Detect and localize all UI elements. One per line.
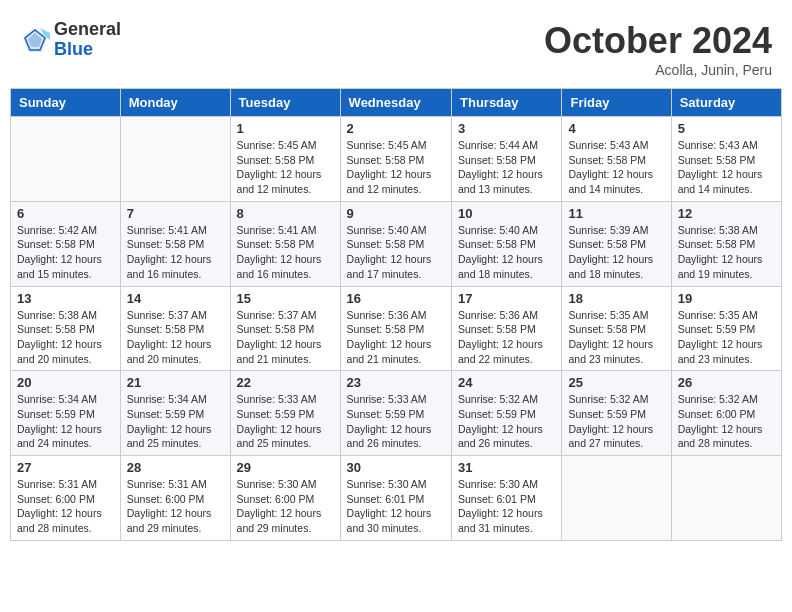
calendar-week-3: 13Sunrise: 5:38 AMSunset: 5:58 PMDayligh…: [11, 286, 782, 371]
calendar-cell: 13Sunrise: 5:38 AMSunset: 5:58 PMDayligh…: [11, 286, 121, 371]
calendar-cell: 7Sunrise: 5:41 AMSunset: 5:58 PMDaylight…: [120, 201, 230, 286]
calendar-cell: 23Sunrise: 5:33 AMSunset: 5:59 PMDayligh…: [340, 371, 451, 456]
calendar-cell: 11Sunrise: 5:39 AMSunset: 5:58 PMDayligh…: [562, 201, 671, 286]
logo-icon: [20, 25, 50, 55]
calendar-cell: 18Sunrise: 5:35 AMSunset: 5:58 PMDayligh…: [562, 286, 671, 371]
calendar-week-2: 6Sunrise: 5:42 AMSunset: 5:58 PMDaylight…: [11, 201, 782, 286]
calendar-cell: 10Sunrise: 5:40 AMSunset: 5:58 PMDayligh…: [452, 201, 562, 286]
calendar-cell: [120, 117, 230, 202]
day-number: 14: [127, 291, 224, 306]
day-info: Sunrise: 5:38 AMSunset: 5:58 PMDaylight:…: [678, 223, 775, 282]
calendar-week-1: 1Sunrise: 5:45 AMSunset: 5:58 PMDaylight…: [11, 117, 782, 202]
day-number: 13: [17, 291, 114, 306]
day-info: Sunrise: 5:33 AMSunset: 5:59 PMDaylight:…: [347, 392, 445, 451]
day-info: Sunrise: 5:31 AMSunset: 6:00 PMDaylight:…: [127, 477, 224, 536]
day-info: Sunrise: 5:36 AMSunset: 5:58 PMDaylight:…: [347, 308, 445, 367]
calendar-cell: 26Sunrise: 5:32 AMSunset: 6:00 PMDayligh…: [671, 371, 781, 456]
calendar-cell: 25Sunrise: 5:32 AMSunset: 5:59 PMDayligh…: [562, 371, 671, 456]
day-number: 23: [347, 375, 445, 390]
calendar-cell: 24Sunrise: 5:32 AMSunset: 5:59 PMDayligh…: [452, 371, 562, 456]
calendar-cell: 27Sunrise: 5:31 AMSunset: 6:00 PMDayligh…: [11, 456, 121, 541]
day-info: Sunrise: 5:43 AMSunset: 5:58 PMDaylight:…: [568, 138, 664, 197]
weekday-header-wednesday: Wednesday: [340, 89, 451, 117]
day-number: 7: [127, 206, 224, 221]
day-number: 24: [458, 375, 555, 390]
calendar-cell: 28Sunrise: 5:31 AMSunset: 6:00 PMDayligh…: [120, 456, 230, 541]
day-info: Sunrise: 5:37 AMSunset: 5:58 PMDaylight:…: [237, 308, 334, 367]
calendar-cell: [11, 117, 121, 202]
day-info: Sunrise: 5:32 AMSunset: 6:00 PMDaylight:…: [678, 392, 775, 451]
day-info: Sunrise: 5:45 AMSunset: 5:58 PMDaylight:…: [347, 138, 445, 197]
month-title: October 2024: [544, 20, 772, 62]
calendar-cell: 1Sunrise: 5:45 AMSunset: 5:58 PMDaylight…: [230, 117, 340, 202]
day-info: Sunrise: 5:32 AMSunset: 5:59 PMDaylight:…: [568, 392, 664, 451]
location: Acolla, Junin, Peru: [544, 62, 772, 78]
weekday-header-thursday: Thursday: [452, 89, 562, 117]
calendar-cell: 6Sunrise: 5:42 AMSunset: 5:58 PMDaylight…: [11, 201, 121, 286]
day-number: 31: [458, 460, 555, 475]
logo: General Blue: [20, 20, 121, 60]
calendar-cell: 12Sunrise: 5:38 AMSunset: 5:58 PMDayligh…: [671, 201, 781, 286]
day-info: Sunrise: 5:35 AMSunset: 5:59 PMDaylight:…: [678, 308, 775, 367]
day-info: Sunrise: 5:31 AMSunset: 6:00 PMDaylight:…: [17, 477, 114, 536]
calendar-cell: 30Sunrise: 5:30 AMSunset: 6:01 PMDayligh…: [340, 456, 451, 541]
day-number: 28: [127, 460, 224, 475]
day-info: Sunrise: 5:35 AMSunset: 5:58 PMDaylight:…: [568, 308, 664, 367]
calendar-week-5: 27Sunrise: 5:31 AMSunset: 6:00 PMDayligh…: [11, 456, 782, 541]
calendar-cell: 5Sunrise: 5:43 AMSunset: 5:58 PMDaylight…: [671, 117, 781, 202]
day-info: Sunrise: 5:39 AMSunset: 5:58 PMDaylight:…: [568, 223, 664, 282]
day-info: Sunrise: 5:42 AMSunset: 5:58 PMDaylight:…: [17, 223, 114, 282]
day-number: 1: [237, 121, 334, 136]
day-number: 27: [17, 460, 114, 475]
day-info: Sunrise: 5:30 AMSunset: 6:01 PMDaylight:…: [347, 477, 445, 536]
day-number: 20: [17, 375, 114, 390]
day-number: 25: [568, 375, 664, 390]
calendar-cell: 31Sunrise: 5:30 AMSunset: 6:01 PMDayligh…: [452, 456, 562, 541]
day-number: 10: [458, 206, 555, 221]
calendar-cell: 8Sunrise: 5:41 AMSunset: 5:58 PMDaylight…: [230, 201, 340, 286]
day-number: 3: [458, 121, 555, 136]
weekday-header-saturday: Saturday: [671, 89, 781, 117]
weekday-header-monday: Monday: [120, 89, 230, 117]
day-info: Sunrise: 5:38 AMSunset: 5:58 PMDaylight:…: [17, 308, 114, 367]
calendar-cell: 17Sunrise: 5:36 AMSunset: 5:58 PMDayligh…: [452, 286, 562, 371]
calendar-week-4: 20Sunrise: 5:34 AMSunset: 5:59 PMDayligh…: [11, 371, 782, 456]
calendar-cell: [671, 456, 781, 541]
day-info: Sunrise: 5:44 AMSunset: 5:58 PMDaylight:…: [458, 138, 555, 197]
day-number: 12: [678, 206, 775, 221]
calendar-cell: 16Sunrise: 5:36 AMSunset: 5:58 PMDayligh…: [340, 286, 451, 371]
day-info: Sunrise: 5:34 AMSunset: 5:59 PMDaylight:…: [127, 392, 224, 451]
day-info: Sunrise: 5:40 AMSunset: 5:58 PMDaylight:…: [458, 223, 555, 282]
day-info: Sunrise: 5:30 AMSunset: 6:00 PMDaylight:…: [237, 477, 334, 536]
weekday-header-friday: Friday: [562, 89, 671, 117]
day-info: Sunrise: 5:45 AMSunset: 5:58 PMDaylight:…: [237, 138, 334, 197]
calendar-cell: 3Sunrise: 5:44 AMSunset: 5:58 PMDaylight…: [452, 117, 562, 202]
calendar-cell: 4Sunrise: 5:43 AMSunset: 5:58 PMDaylight…: [562, 117, 671, 202]
day-info: Sunrise: 5:34 AMSunset: 5:59 PMDaylight:…: [17, 392, 114, 451]
weekday-header-sunday: Sunday: [11, 89, 121, 117]
weekday-header-tuesday: Tuesday: [230, 89, 340, 117]
calendar-cell: 22Sunrise: 5:33 AMSunset: 5:59 PMDayligh…: [230, 371, 340, 456]
weekday-row: SundayMondayTuesdayWednesdayThursdayFrid…: [11, 89, 782, 117]
calendar-cell: 19Sunrise: 5:35 AMSunset: 5:59 PMDayligh…: [671, 286, 781, 371]
day-info: Sunrise: 5:30 AMSunset: 6:01 PMDaylight:…: [458, 477, 555, 536]
calendar-table: SundayMondayTuesdayWednesdayThursdayFrid…: [10, 88, 782, 541]
day-info: Sunrise: 5:37 AMSunset: 5:58 PMDaylight:…: [127, 308, 224, 367]
logo-blue-text: Blue: [54, 40, 121, 60]
day-info: Sunrise: 5:33 AMSunset: 5:59 PMDaylight:…: [237, 392, 334, 451]
day-number: 4: [568, 121, 664, 136]
logo-text: General Blue: [54, 20, 121, 60]
page-header: General Blue October 2024 Acolla, Junin,…: [10, 10, 782, 83]
calendar-cell: 29Sunrise: 5:30 AMSunset: 6:00 PMDayligh…: [230, 456, 340, 541]
day-number: 21: [127, 375, 224, 390]
day-number: 6: [17, 206, 114, 221]
day-number: 30: [347, 460, 445, 475]
day-info: Sunrise: 5:32 AMSunset: 5:59 PMDaylight:…: [458, 392, 555, 451]
calendar-cell: [562, 456, 671, 541]
day-number: 29: [237, 460, 334, 475]
day-number: 11: [568, 206, 664, 221]
day-info: Sunrise: 5:41 AMSunset: 5:58 PMDaylight:…: [237, 223, 334, 282]
day-number: 2: [347, 121, 445, 136]
calendar-cell: 21Sunrise: 5:34 AMSunset: 5:59 PMDayligh…: [120, 371, 230, 456]
logo-general: General: [54, 20, 121, 40]
